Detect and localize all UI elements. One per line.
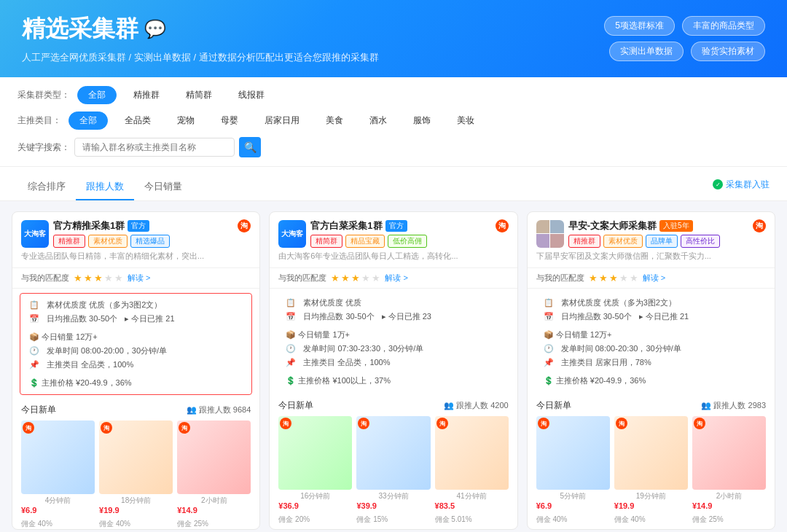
tag-1: 素材优质 (88, 235, 128, 248)
stat-label-time: 发单时间 08:00-20:30，30分钟/单 (561, 343, 681, 354)
stat-extra1: ▸ 今日已推 23 (382, 311, 431, 322)
product-commission-0-2: 佣金 25% (177, 519, 251, 529)
product-item-0-1[interactable]: 淘 18分钟前 ¥19.9 佣金 40% (99, 420, 173, 529)
cat-food-btn[interactable]: 美食 (316, 112, 353, 130)
product-img-2-0: 淘 (536, 416, 610, 490)
cat-pet-btn[interactable]: 宠物 (168, 112, 204, 130)
product-item-1-1[interactable]: 淘 33分钟前 ¥39.9 佣金 15% (356, 416, 430, 525)
cat-baby-btn[interactable]: 母婴 (211, 112, 248, 130)
product-commission-0-1: 佣金 40% (99, 519, 173, 529)
product-time-0-2: 2小时前 (177, 496, 251, 506)
stat-icon-category: 📌 (286, 358, 296, 367)
search-input[interactable] (74, 138, 235, 157)
card-name-row-1: 官方白菜采集1群 官方 淘 (310, 219, 508, 232)
followers-count-0: 👥 跟推人数 9684 (187, 404, 251, 415)
tab-general-sort[interactable]: 综合排序 (17, 174, 76, 200)
tab-followers[interactable]: 跟推人数 (76, 174, 134, 200)
cat-beauty-btn[interactable]: 美妆 (447, 112, 484, 130)
followers-icon-1: 👥 (444, 401, 454, 410)
stat-label-quality: 素材优质度 优质（多为3图2文） (561, 297, 676, 308)
product-price-1-1: ¥39.9 (356, 501, 377, 510)
product-img-0-0: 淘 (21, 420, 95, 494)
cat-all-btn[interactable]: 全部 (68, 112, 108, 130)
filter-jingtuiqun-btn[interactable]: 精推群 (124, 86, 169, 104)
today-header-1: 今日新单 👥 跟推人数 4200 (278, 399, 508, 412)
stat-icon-daily: 📅 (286, 312, 296, 321)
product-img-2-1: 淘 (614, 416, 688, 490)
product-time-0-0: 4分钟前 (21, 496, 95, 506)
header-right: 5项选群标准 丰富的商品类型 实测出单数据 验货实拍素材 (604, 16, 765, 61)
stat-label-time: 发单时间 08:00-20:00，30分钟/单 (47, 345, 167, 356)
taobao-badge-0-2: 淘 (179, 422, 190, 434)
badge-criteria: 5项选群标准 (604, 16, 675, 36)
stat-row-daily: 📅 日均推品数 30-50个 ▸ 今日已推 21 📦 今日销量 12万+ (544, 311, 759, 340)
filter-jingjianqun-btn[interactable]: 精简群 (176, 86, 222, 104)
badge-test-data: 实测出单数据 (609, 42, 684, 61)
price-row-1-2: ¥83.5 (435, 501, 509, 515)
card-tags-2: 精推群素材优质品牌单高性价比 (568, 235, 766, 248)
card-header-0: 大淘客 官方精推采集1群 官方 淘 精推群素材优质精选爆品 专业选品团队每日精筛… (12, 212, 259, 268)
star-filled: ★ (351, 273, 360, 283)
product-time-1-1: 33分钟前 (356, 491, 430, 501)
product-price-2-0: ¥6.9 (536, 501, 552, 510)
search-button[interactable]: 🔍 (239, 137, 261, 157)
card-avatar-grid-2 (536, 220, 564, 248)
product-time-1-0: 16分钟前 (278, 491, 352, 501)
product-item-2-0[interactable]: 淘 5分钟前 ¥6.9 佣金 40% (536, 416, 610, 525)
product-item-2-1[interactable]: 淘 19分钟前 ¥19.9 佣金 40% (614, 416, 688, 525)
star-filled: ★ (74, 273, 82, 283)
taobao-badge-1-2: 淘 (436, 418, 448, 429)
today-title-2: 今日新单 (536, 399, 571, 412)
product-item-2-2[interactable]: 淘 2小时前 ¥14.9 佣金 25% (692, 416, 766, 525)
tag-1: 精品宝藏 (345, 235, 385, 248)
join-btn[interactable]: ✓ 采集群入驻 (713, 179, 770, 197)
today-section-2: 今日新单 👥 跟推人数 2983 淘 5分钟前 ¥6.9 佣金 40% (528, 395, 775, 525)
read-more-btn-2[interactable]: 解读 > (643, 273, 665, 283)
product-commission-0-0: 佣金 40% (21, 519, 95, 529)
product-item-1-0[interactable]: 淘 16分钟前 ¥36.9 佣金 20% (278, 416, 352, 525)
stat-row-quality: 📋 素材优质度 优质 (286, 297, 501, 308)
stat-label-daily: 日均推品数 30-50个 (303, 311, 374, 322)
tab-today-sales[interactable]: 今日销量 (134, 174, 192, 200)
card-name-area-1: 官方白菜采集1群 官方 淘 精简群精品宝藏低价高佣 (310, 219, 508, 248)
tag-3: 高性价比 (681, 235, 720, 248)
group-type-row: 采集群类型： 全部 精推群 精简群 线报群 (17, 86, 770, 104)
tag-0: 精推群 (53, 235, 85, 248)
read-more-btn-0[interactable]: 解读 > (128, 273, 150, 283)
cat-home-btn[interactable]: 居家日用 (255, 112, 309, 130)
header-badges-row1: 5项选群标准 丰富的商品类型 (604, 16, 765, 36)
category-label: 主推类目： (17, 114, 61, 127)
price-row-2-0: ¥6.9 (536, 501, 610, 515)
followers-label-2: 跟推人数 2983 (713, 400, 766, 411)
stats-box-1: 📋 素材优质度 优质 📅 日均推品数 30-50个 ▸ 今日已推 23 📦 今日… (277, 292, 509, 392)
today-products-2: 淘 5分钟前 ¥6.9 佣金 40% 淘 19分钟前 ¥19.9 佣金 40% … (536, 416, 766, 525)
card-name-row-2: 早安-文案大师采集群 入驻5年 淘 (568, 219, 766, 232)
price-row-0-0: ¥6.9 (21, 506, 95, 519)
product-item-0-2[interactable]: 淘 2小时前 ¥14.9 佣金 25% (177, 420, 251, 529)
category-row: 主推类目： 全部 全品类 宠物 母婴 居家日用 美食 酒水 服饰 美妆 (17, 112, 770, 130)
cat-fashion-btn[interactable]: 服饰 (404, 112, 440, 130)
match-label-1: 与我的匹配度 (278, 273, 326, 283)
match-row-2: 与我的匹配度 ★★★★★ 解读 > (528, 268, 775, 289)
stat-row-daily: 📅 日均推品数 30-50个 ▸ 今日已推 21 📦 今日销量 12万+ (29, 313, 243, 343)
product-price-0-2: ¥14.9 (177, 506, 197, 515)
product-item-0-0[interactable]: 淘 4分钟前 ¥6.9 佣金 40% (21, 420, 95, 529)
filter-all-btn[interactable]: 全部 (77, 86, 117, 104)
filter-xianbaoqun-btn[interactable]: 线报群 (229, 86, 274, 104)
card-name-text-2: 早安-文案大师采集群 (568, 219, 657, 232)
stat-icon-category: 📌 (29, 360, 39, 369)
star-empty: ★ (361, 273, 370, 283)
product-commission-1-0: 佣金 20% (278, 515, 352, 525)
product-img-0-1: 淘 (99, 420, 173, 494)
cat-alltype-btn[interactable]: 全品类 (115, 112, 160, 130)
today-section-0: 今日新单 👥 跟推人数 9684 淘 4分钟前 ¥6.9 佣金 40% (12, 399, 259, 529)
filter-bar: 采集群类型： 全部 精推群 精简群 线报群 主推类目： 全部 全品类 宠物 母婴… (0, 77, 787, 167)
read-more-btn-1[interactable]: 解读 > (385, 273, 407, 283)
stat-row-category: 📌 主推类目 居家日用，78% 💲 主推价格 ¥20-49.9，36% (544, 357, 759, 386)
taobao-badge-0-1: 淘 (101, 422, 112, 434)
card-desc-2: 下届早安军团及文案大师微信圈，汇聚数千实力... (536, 251, 766, 262)
sort-tabs: 综合排序 跟推人数 今日销量 ✓ 采集群入驻 (0, 167, 787, 201)
product-item-1-2[interactable]: 淘 41分钟前 ¥83.5 佣金 5.01% (435, 416, 509, 525)
cat-alcohol-btn[interactable]: 酒水 (360, 112, 396, 130)
taobao-badge-0-0: 淘 (23, 422, 34, 434)
